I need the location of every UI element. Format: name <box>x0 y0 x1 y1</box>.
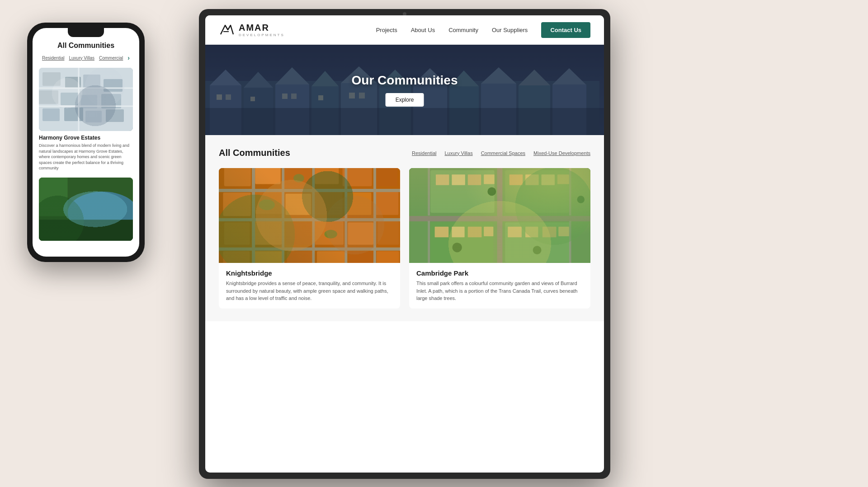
phone-device: All Communities Residential Luxury Villa… <box>27 23 145 262</box>
filter-tabs: Residential Luxury Villas Commercial Spa… <box>412 150 590 156</box>
phone-tab-residential[interactable]: Residential <box>42 56 64 61</box>
svg-rect-113 <box>558 227 569 236</box>
svg-rect-12 <box>106 109 124 122</box>
svg-rect-82 <box>219 218 400 221</box>
svg-rect-79 <box>349 251 373 263</box>
svg-rect-107 <box>452 227 464 238</box>
svg-rect-61 <box>343 168 372 186</box>
svg-rect-111 <box>525 227 538 238</box>
svg-rect-63 <box>223 192 250 216</box>
logo-icon <box>219 22 235 38</box>
card-cambridge-info: Cambridge Park This small park offers a … <box>409 263 590 309</box>
svg-rect-120 <box>409 168 590 263</box>
svg-rect-108 <box>468 227 482 238</box>
filter-tab-commercial[interactable]: Commercial Spaces <box>481 150 525 156</box>
svg-rect-116 <box>428 168 430 215</box>
svg-point-91 <box>293 174 304 183</box>
svg-rect-92 <box>409 168 590 263</box>
svg-rect-21 <box>219 22 235 38</box>
svg-rect-66 <box>315 192 342 215</box>
svg-rect-75 <box>223 251 250 263</box>
hero-title: Our Communities <box>352 73 458 88</box>
svg-rect-5 <box>83 75 100 89</box>
svg-rect-110 <box>508 227 522 238</box>
svg-rect-88 <box>373 168 376 263</box>
filter-tab-mixed[interactable]: Mixed-Use Developments <box>533 150 590 156</box>
svg-rect-69 <box>224 222 250 245</box>
card-knightsbridge-info: Knightsbridge Knightsbridge provides a s… <box>219 263 400 309</box>
svg-rect-17 <box>39 178 133 241</box>
card-cambridge-name: Cambridge Park <box>416 269 583 277</box>
hero-text-center: Our Communities Explore <box>352 73 458 107</box>
svg-rect-62 <box>375 168 398 186</box>
nav-link-community[interactable]: Community <box>448 27 478 33</box>
svg-rect-86 <box>312 168 315 263</box>
nav-link-about[interactable]: About Us <box>411 27 435 33</box>
svg-rect-9 <box>42 108 60 121</box>
svg-rect-80 <box>377 251 399 263</box>
knightsbridge-aerial-svg <box>219 168 400 263</box>
phone-card-1: Harmony Grove Estates Discover a harmoni… <box>39 68 133 171</box>
phone-card-1-image <box>39 68 133 131</box>
phone-tab-commercial[interactable]: Commercial <box>99 56 123 61</box>
cambridge-aerial-svg <box>409 168 590 263</box>
svg-rect-119 <box>569 221 571 263</box>
svg-rect-16 <box>39 68 133 131</box>
nav-link-suppliers[interactable]: Our Suppliers <box>492 27 528 33</box>
filter-tab-residential[interactable]: Residential <box>412 150 436 156</box>
svg-rect-94 <box>430 170 495 213</box>
svg-rect-72 <box>315 221 344 245</box>
tablet-screen: AMAR DEVELOPMENTS Projects About Us Comm… <box>205 15 604 473</box>
logo-sub: DEVELOPMENTS <box>239 33 285 37</box>
logo-text: AMAR DEVELOPMENTS <box>239 23 285 37</box>
svg-rect-102 <box>509 174 523 185</box>
hero-background: Our Communities Explore <box>205 45 604 135</box>
svg-point-90 <box>325 230 337 239</box>
svg-rect-73 <box>348 222 373 245</box>
nav-link-projects[interactable]: Projects <box>376 27 397 33</box>
main-content: All Communities Residential Luxury Villa… <box>205 135 604 321</box>
svg-rect-84 <box>252 168 255 263</box>
svg-rect-93 <box>409 168 590 263</box>
svg-rect-103 <box>525 174 538 185</box>
card-knightsbridge-desc: Knightsbridge provides a sense of peace,… <box>226 280 393 302</box>
explore-button[interactable]: Explore <box>386 93 424 107</box>
tablet-device: AMAR DEVELOPMENTS Projects About Us Comm… <box>199 9 610 479</box>
svg-rect-85 <box>282 168 284 263</box>
logo-area: AMAR DEVELOPMENTS <box>219 22 285 38</box>
svg-rect-20 <box>39 178 68 216</box>
svg-rect-112 <box>542 227 557 238</box>
svg-rect-1 <box>42 72 61 86</box>
phone-card-2-svg <box>39 178 133 241</box>
svg-rect-99 <box>452 174 465 185</box>
svg-rect-96 <box>430 222 493 262</box>
site-header: AMAR DEVELOPMENTS Projects About Us Comm… <box>205 15 604 45</box>
svg-rect-64 <box>255 192 282 214</box>
svg-rect-67 <box>347 192 371 215</box>
phone-card-2-image <box>39 178 133 241</box>
svg-rect-68 <box>375 192 399 215</box>
svg-rect-104 <box>541 174 554 185</box>
phone-card-1-desc: Discover a harmonious blend of modern li… <box>39 143 133 171</box>
phone-card-1-name: Harmony Grove Estates <box>39 135 133 141</box>
svg-rect-10 <box>64 108 83 121</box>
contact-us-button[interactable]: Contact Us <box>541 22 590 38</box>
section-title: All Communities <box>219 148 290 158</box>
phone-filter-tabs: Residential Luxury Villas Commercial › <box>39 54 133 61</box>
phone-tab-luxury[interactable]: Luxury Villas <box>69 56 94 61</box>
svg-rect-78 <box>317 251 344 263</box>
phone-screen: All Communities Residential Luxury Villa… <box>33 28 139 257</box>
svg-rect-109 <box>484 227 493 236</box>
svg-rect-105 <box>557 174 569 184</box>
svg-point-124 <box>533 246 542 254</box>
logo-name: AMAR <box>239 23 285 33</box>
svg-rect-2 <box>65 77 81 88</box>
svg-rect-0 <box>39 68 133 131</box>
svg-point-89 <box>259 200 274 211</box>
svg-rect-98 <box>436 174 449 185</box>
svg-rect-70 <box>254 221 282 245</box>
svg-rect-6 <box>104 79 123 92</box>
filter-tab-luxury[interactable]: Luxury Villas <box>444 150 472 156</box>
card-knightsbridge-image <box>219 168 400 263</box>
svg-rect-57 <box>224 168 251 186</box>
